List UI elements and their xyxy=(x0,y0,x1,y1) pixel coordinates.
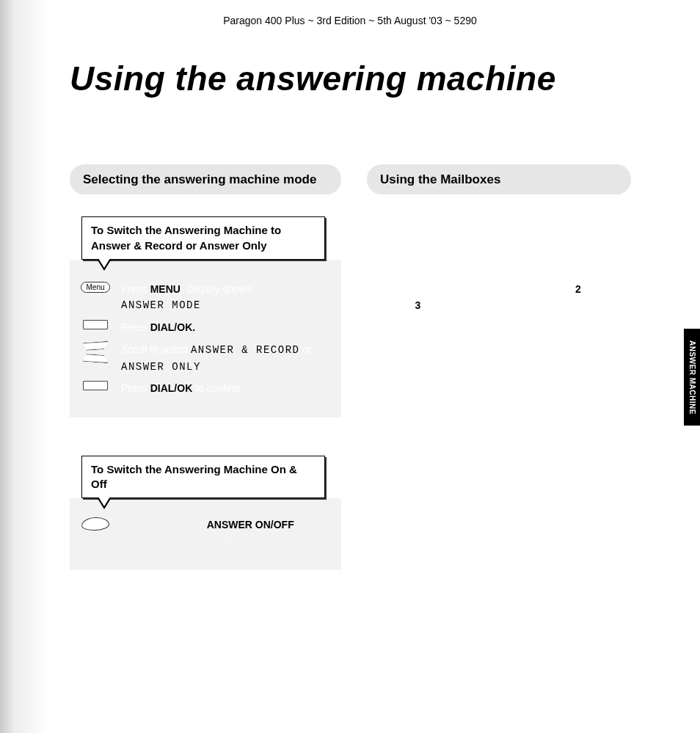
t: 3 xyxy=(415,299,420,311)
answer-onoff-button-icon xyxy=(81,517,110,531)
step-text: Press MENU. Display shows ANSWER MODE. xyxy=(121,282,331,314)
t: Press xyxy=(121,382,150,394)
step-text: Scroll to select ANSWER & RECORD or ANSW… xyxy=(121,342,331,375)
steps-mode: Menu Press MENU. Display shows ANSWER MO… xyxy=(70,260,341,417)
step-row: Scroll to select ANSWER & RECORD or ANSW… xyxy=(80,342,331,375)
step-text: At the base, press ANSWER ON/OFF to togg… xyxy=(121,517,331,549)
section-heading-mode: Selecting the answering machine mode xyxy=(70,164,341,194)
paragraph: For example, if three people share the p… xyxy=(367,266,631,329)
page: Paragon 400 Plus ~ 3rd Edition ~ 5th Aug… xyxy=(0,0,700,733)
t: ANSWER ON/OFF xyxy=(207,519,294,530)
t: DIAL/OK. xyxy=(150,321,195,333)
callout-switch-onoff: To Switch the Answering Machine On & Off xyxy=(81,456,325,499)
side-tab-answer-machine: ANSWER MACHINE xyxy=(684,329,700,426)
scroll-down-icon xyxy=(83,354,108,363)
t: . xyxy=(201,360,204,372)
t: for the first person, xyxy=(484,283,576,295)
section-heading-mailboxes: Using the Mailboxes xyxy=(367,164,631,194)
t: 1 xyxy=(478,283,484,295)
page-title: Using the answering machine xyxy=(70,59,556,98)
scroll-up-icon xyxy=(83,341,108,351)
dialok-button-icon xyxy=(83,320,108,329)
t: . Display shows xyxy=(181,283,252,295)
icon-col xyxy=(80,342,111,362)
doc-header: Paragon 400 Plus ~ 3rd Edition ~ 5th Aug… xyxy=(0,15,700,26)
lcd-text: ANSWER ONLY xyxy=(121,361,201,373)
lcd-text: ANSWER MODE xyxy=(121,299,201,311)
callout-switch-mode: To Switch the Answering Machine to Answe… xyxy=(81,216,325,260)
t: Press xyxy=(121,283,150,295)
icon-col xyxy=(80,381,111,390)
left-column: Selecting the answering machine mode To … xyxy=(70,164,341,570)
t: DIAL/OK xyxy=(150,382,193,394)
t: MENU xyxy=(150,283,181,295)
side-tab-label: ANSWER MACHINE xyxy=(688,340,696,415)
paragraph: Your Paragon 400 Plus has three mailboxe… xyxy=(367,208,631,255)
t: Press xyxy=(121,321,150,333)
t: to confirm. xyxy=(192,382,243,394)
t: . xyxy=(201,299,204,310)
t: 2 xyxy=(575,283,581,295)
right-body: Your Paragon 400 Plus has three mailboxe… xyxy=(367,208,631,445)
t: At the base, press xyxy=(121,519,207,530)
paragraph: Alternatively you could use the mailboxe… xyxy=(367,398,631,445)
step-row: Menu Press MENU. Display shows ANSWER MO… xyxy=(80,282,331,314)
icon-col xyxy=(80,320,111,329)
icon-col xyxy=(80,517,111,530)
dialok-button-icon xyxy=(83,381,108,390)
step-text: Press DIAL/OK. xyxy=(121,320,331,336)
paragraph: You can listen to the messages in each m… xyxy=(367,340,631,387)
icon-col: Menu xyxy=(80,282,111,293)
t: Scroll to select xyxy=(121,343,191,355)
step-row: Press DIAL/OK. xyxy=(80,320,331,336)
lcd-text: ANSWER & RECORD xyxy=(191,344,300,356)
right-column: Using the Mailboxes Your Paragon 400 Plu… xyxy=(367,164,631,445)
step-row: Press DIAL/OK to confirm. xyxy=(80,381,331,397)
menu-button-icon: Menu xyxy=(81,282,109,293)
t: or xyxy=(299,343,311,355)
step-row: At the base, press ANSWER ON/OFF to togg… xyxy=(80,517,331,549)
step-text: Press DIAL/OK to confirm. xyxy=(121,381,331,397)
